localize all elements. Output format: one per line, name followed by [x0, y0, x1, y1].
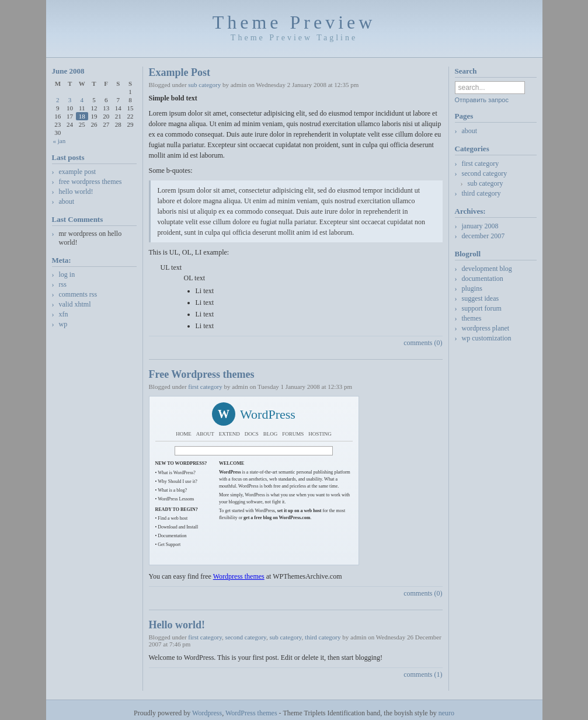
table-row: 9 [52, 104, 64, 112]
table-row [112, 88, 124, 96]
archives-title: Archives: [455, 207, 537, 218]
blogroll-link[interactable]: plugins [462, 284, 482, 293]
meta-link[interactable]: rss [59, 280, 67, 288]
post-title-link[interactable]: Free Wordpress themes [149, 368, 255, 380]
post-title: Example Post [149, 67, 443, 79]
table-row [76, 88, 88, 96]
blogroll-link[interactable]: documentation [462, 274, 503, 283]
blogroll-link[interactable]: development blog [462, 265, 512, 273]
meta-link[interactable]: wp [59, 320, 68, 328]
last-posts-title: Last posts [52, 153, 137, 164]
last-post-link[interactable]: hello world! [59, 187, 93, 196]
pages-section: Pages about [455, 112, 537, 136]
footer-rest: - Theme Triplets Identification band, th… [279, 709, 437, 717]
wp-logo: W WordPress [212, 402, 295, 426]
post-li-list: Li text Li text Li text Li text [184, 286, 443, 331]
post-bquote-label: Some b-quotes: [149, 165, 443, 176]
post-paragraph: Lorem ipsum dolor sit amet, consectetur … [149, 108, 443, 161]
post-image: W WordPress HOME ABOUT EXTEND DOCS BLOG [149, 396, 359, 565]
post-category-link[interactable]: second category [225, 634, 266, 641]
comments-anchor[interactable]: comments (0) [403, 589, 442, 597]
cal-day-s2: S [124, 79, 137, 88]
table-row: 28 [112, 120, 124, 128]
meta-list: log in rss comments rss valid xhtml xfn … [52, 270, 137, 329]
archive-link[interactable]: december 2007 [462, 232, 505, 240]
list-item: comments rss [52, 290, 137, 300]
calendar-nav[interactable]: « jan [52, 137, 137, 145]
list-item: xfn [52, 309, 137, 319]
last-post-link[interactable]: free wordpress themes [59, 178, 122, 186]
table-row: 17 [64, 112, 76, 120]
last-posts-section: Last posts example post free wordpress t… [52, 153, 137, 207]
post-meta: Blogged under first category by admin on… [149, 383, 443, 390]
meta-link[interactable]: log in [59, 270, 75, 279]
list-item: Li text [196, 309, 443, 319]
table-row: 21 [112, 112, 124, 120]
list-item: Li text [196, 321, 443, 331]
table-row: 22 [124, 112, 137, 120]
page-link[interactable]: about [462, 127, 478, 135]
list-item: free wordpress themes [52, 177, 137, 187]
categories-title: Categories [455, 144, 537, 155]
main-content: Example Post Blogged under sub category … [142, 67, 449, 691]
blogroll-link[interactable]: themes [462, 314, 482, 322]
table-row: 10 [64, 104, 76, 112]
calendar-section: June 2008 M T W T F S S [52, 67, 137, 145]
calendar-month: June 2008 [52, 67, 137, 76]
category-link[interactable]: first category [462, 159, 499, 168]
comments-link: comments (0) [149, 336, 443, 347]
blogroll-link[interactable]: wp customization [462, 334, 512, 342]
category-link[interactable]: third category [462, 189, 501, 197]
meta-link[interactable]: comments rss [59, 290, 98, 298]
table-row: 2 [52, 96, 64, 104]
table-row: 20 [100, 112, 112, 120]
archives-section: Archives: january 2008 december 2007 [455, 207, 537, 241]
post-category-link[interactable]: first category [188, 634, 222, 641]
meta-link[interactable]: xfn [59, 310, 68, 318]
table-row [112, 128, 124, 137]
search-input[interactable] [455, 81, 525, 94]
blogroll-link[interactable]: wordpress planet [462, 324, 510, 332]
last-post-link[interactable]: example post [59, 168, 96, 176]
cal-day-f: F [100, 79, 112, 88]
post-category-link[interactable]: sub category [188, 81, 221, 88]
blogroll-link[interactable]: suggest ideas [462, 294, 499, 302]
wordpress-themes-link[interactable]: Wordpress themes [213, 572, 265, 580]
comments-anchor[interactable]: comments (0) [403, 339, 442, 347]
last-comments-section: Last Comments mr wordpress on hello worl… [52, 215, 137, 248]
cal-day-m: M [52, 79, 64, 88]
post-divider [149, 610, 443, 610]
comments-link: comments (0) [149, 586, 443, 598]
table-row [100, 128, 112, 137]
wp-nav: HOME ABOUT EXTEND DOCS BLOG FORUMS HOSTI… [155, 430, 353, 441]
last-post-link[interactable]: about [59, 197, 75, 206]
table-row [64, 88, 76, 96]
wordpress-link[interactable]: Wordpress [192, 709, 222, 717]
last-comments-title: Last Comments [52, 215, 137, 226]
table-row [76, 128, 88, 137]
categories-list: first category second category sub categ… [455, 159, 537, 199]
post-content: Welcome to WordPress. This is your first… [149, 652, 443, 663]
table-row: 19 [88, 112, 100, 120]
meta-link[interactable]: valid xhtml [59, 300, 91, 308]
wp-themes-link[interactable]: WordPress themes [225, 709, 277, 717]
post-title-link[interactable]: Hello world! [149, 619, 206, 631]
blogroll-link[interactable]: support forum [462, 304, 502, 312]
blogroll-title: Blogroll [455, 249, 537, 260]
search-button[interactable]: Отправить запрос [455, 96, 509, 103]
ul-section: UL text OL text Li text Li text Li text … [161, 262, 443, 331]
table-row: 24 [64, 120, 76, 128]
category-link[interactable]: second category [462, 169, 507, 178]
search-section: Search Отправить запрос [455, 67, 537, 103]
table-row: 25 [76, 120, 88, 128]
category-link[interactable]: sub category [468, 179, 503, 187]
table-row [88, 88, 100, 96]
post-category-link[interactable]: first category [188, 383, 222, 390]
post-category-link[interactable]: sub category [269, 634, 301, 641]
post-title-link[interactable]: Example Post [149, 67, 211, 78]
table-row: 18 [76, 112, 88, 120]
neuro-link[interactable]: neuro [439, 709, 454, 717]
comments-anchor[interactable]: comments (1) [403, 670, 442, 679]
archive-link[interactable]: january 2008 [462, 222, 499, 230]
post-category-link[interactable]: third category [305, 634, 340, 641]
